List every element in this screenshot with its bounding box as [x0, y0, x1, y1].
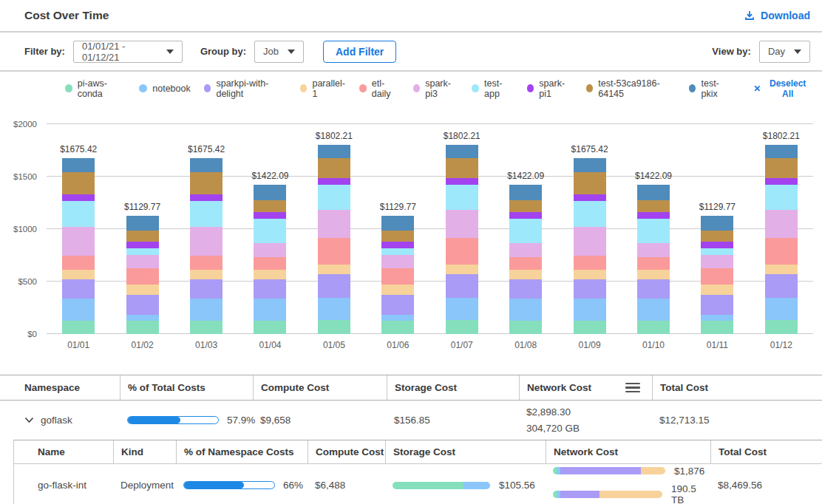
- bar-01/03[interactable]: $1675.42: [174, 124, 238, 334]
- bar-segment-spark-pi3[interactable]: [574, 227, 606, 255]
- bar-segment-test-app[interactable]: [574, 201, 606, 228]
- bar-segment-test-53ca9186-64145[interactable]: [509, 200, 542, 212]
- bar-segment-spark-pi3[interactable]: [126, 255, 159, 268]
- bar-segment-etl-daily[interactable]: [509, 257, 542, 270]
- legend-item-test-53ca9186-64145[interactable]: test-53ca9186-64145: [586, 78, 676, 99]
- bar-01/05[interactable]: $1802.21: [302, 124, 366, 334]
- chevron-down-icon[interactable]: [24, 417, 34, 423]
- bar-segment-test-53ca9186-64145[interactable]: [701, 231, 733, 242]
- bar-segment-etl-daily[interactable]: [62, 256, 95, 270]
- bar-segment-notebook[interactable]: [254, 299, 286, 321]
- date-range-select[interactable]: 01/01/21 - 01/12/21: [73, 41, 183, 63]
- bar-segment-test-pkix[interactable]: [765, 145, 798, 157]
- bar-segment-test-53ca9186-64145[interactable]: [126, 231, 159, 242]
- bar-segment-notebook[interactable]: [318, 298, 350, 320]
- legend-item-spark-pi1[interactable]: spark-pi1: [527, 78, 573, 99]
- bar-segment-spark-pi1[interactable]: [318, 178, 350, 185]
- bar-segment-sparkpi-with-delight[interactable]: [446, 274, 478, 299]
- bar-segment-spark-pi1[interactable]: [574, 194, 606, 201]
- bar-segment-spark-pi3[interactable]: [637, 243, 670, 257]
- bar-segment-spark-pi1[interactable]: [701, 242, 733, 248]
- bar-01/11[interactable]: $1129.77: [685, 124, 749, 334]
- bar-segment-pi-aws-conda[interactable]: [190, 321, 223, 334]
- bar-segment-test-53ca9186-64145[interactable]: [254, 200, 286, 212]
- bar-segment-spark-pi1[interactable]: [446, 178, 478, 185]
- bar-segment-test-53ca9186-64145[interactable]: [574, 172, 606, 194]
- bar-segment-test-app[interactable]: [765, 185, 798, 210]
- bar-segment-test-app[interactable]: [381, 248, 414, 255]
- bar-segment-spark-pi3[interactable]: [509, 243, 542, 257]
- bar-segment-test-app[interactable]: [62, 201, 95, 228]
- legend-item-etl-daily[interactable]: etl-daily: [359, 78, 399, 99]
- bar-segment-sparkpi-with-delight[interactable]: [509, 279, 542, 299]
- legend-item-notebook[interactable]: notebook: [139, 84, 190, 94]
- bar-segment-pi-aws-conda[interactable]: [62, 321, 95, 334]
- group-by-select[interactable]: Job: [254, 41, 304, 63]
- bar-segment-test-53ca9186-64145[interactable]: [190, 172, 223, 194]
- bar-segment-notebook[interactable]: [574, 299, 606, 321]
- bar-segment-spark-pi1[interactable]: [254, 212, 286, 219]
- bar-segment-notebook[interactable]: [126, 315, 159, 321]
- bar-segment-pi-aws-conda[interactable]: [381, 321, 414, 334]
- bar-segment-notebook[interactable]: [62, 299, 95, 321]
- bar-segment-test-pkix[interactable]: [62, 158, 95, 172]
- bar-segment-test-pkix[interactable]: [126, 216, 159, 231]
- bar-segment-pi-aws-conda[interactable]: [574, 321, 606, 334]
- bar-segment-test-pkix[interactable]: [509, 185, 542, 200]
- bar-01/01[interactable]: $1675.42: [47, 124, 110, 334]
- bar-segment-test-app[interactable]: [637, 219, 670, 243]
- bar-segment-parallel-1[interactable]: [765, 265, 798, 274]
- bar-segment-etl-daily[interactable]: [318, 238, 350, 265]
- bar-segment-parallel-1[interactable]: [62, 270, 95, 279]
- bar-segment-notebook[interactable]: [381, 315, 414, 321]
- bar-segment-parallel-1[interactable]: [637, 270, 670, 279]
- bar-segment-test-app[interactable]: [701, 248, 733, 255]
- bar-segment-spark-pi3[interactable]: [701, 255, 733, 268]
- bar-segment-notebook[interactable]: [637, 299, 670, 321]
- bar-segment-spark-pi3[interactable]: [318, 210, 350, 238]
- bar-segment-spark-pi1[interactable]: [637, 212, 670, 219]
- bar-segment-parallel-1[interactable]: [381, 285, 414, 296]
- bar-segment-parallel-1[interactable]: [190, 270, 223, 279]
- bar-segment-pi-aws-conda[interactable]: [637, 321, 670, 334]
- bar-segment-parallel-1[interactable]: [126, 285, 159, 296]
- download-button[interactable]: Download: [744, 10, 810, 21]
- bar-segment-notebook[interactable]: [190, 299, 223, 321]
- bar-segment-parallel-1[interactable]: [509, 270, 542, 279]
- bar-segment-spark-pi3[interactable]: [62, 227, 95, 255]
- bar-segment-pi-aws-conda[interactable]: [126, 321, 159, 334]
- bar-segment-pi-aws-conda[interactable]: [254, 321, 286, 334]
- bar-segment-test-pkix[interactable]: [701, 216, 733, 231]
- bar-segment-test-53ca9186-64145[interactable]: [637, 200, 670, 212]
- bar-segment-test-app[interactable]: [254, 219, 286, 243]
- bar-segment-etl-daily[interactable]: [381, 268, 414, 285]
- bar-segment-test-53ca9186-64145[interactable]: [318, 158, 350, 179]
- bar-segment-sparkpi-with-delight[interactable]: [190, 279, 223, 299]
- legend-item-sparkpi-with-delight[interactable]: sparkpi-with-delight: [204, 78, 287, 99]
- legend-item-test-pkix[interactable]: test-pkix: [689, 78, 732, 99]
- bar-segment-test-pkix[interactable]: [637, 185, 670, 200]
- bar-segment-test-pkix[interactable]: [446, 145, 478, 157]
- bar-segment-test-pkix[interactable]: [574, 158, 606, 172]
- bar-01/09[interactable]: $1675.42: [557, 124, 621, 334]
- bar-segment-test-app[interactable]: [509, 219, 542, 243]
- add-filter-button[interactable]: Add Filter: [323, 41, 396, 63]
- legend-item-spark-pi3[interactable]: spark-pi3: [413, 78, 459, 99]
- bar-segment-etl-daily[interactable]: [574, 256, 606, 270]
- bar-segment-test-53ca9186-64145[interactable]: [446, 158, 478, 179]
- bar-segment-spark-pi1[interactable]: [509, 212, 542, 219]
- bar-segment-test-app[interactable]: [190, 201, 223, 228]
- view-by-select[interactable]: Day: [759, 41, 810, 63]
- bar-segment-sparkpi-with-delight[interactable]: [318, 274, 350, 299]
- bar-segment-parallel-1[interactable]: [701, 285, 733, 296]
- bar-segment-pi-aws-conda[interactable]: [446, 320, 478, 334]
- bar-segment-notebook[interactable]: [765, 298, 798, 320]
- bar-01/08[interactable]: $1422.09: [494, 124, 557, 334]
- bar-01/06[interactable]: $1129.77: [366, 124, 429, 334]
- legend-item-test-app[interactable]: test-app: [472, 78, 513, 99]
- bar-segment-pi-aws-conda[interactable]: [765, 320, 798, 334]
- deselect-all-button[interactable]: ✕ Deselect All: [753, 78, 810, 99]
- bar-01/10[interactable]: $1422.09: [622, 124, 685, 334]
- bar-segment-etl-daily[interactable]: [254, 257, 286, 270]
- legend-item-pi-aws-conda[interactable]: pi-aws-conda: [65, 78, 126, 99]
